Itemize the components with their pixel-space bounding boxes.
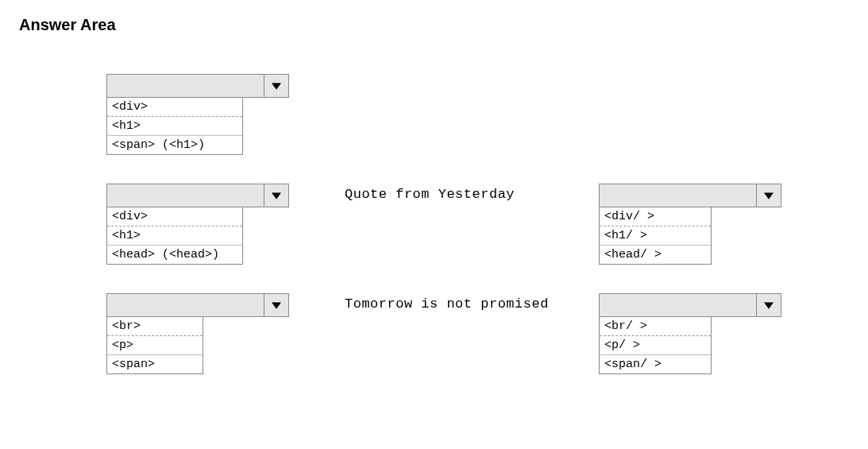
dropdown-option[interactable]: <div> [107,207,242,226]
chevron-down-icon[interactable] [756,294,781,316]
chevron-down-icon[interactable] [264,75,288,97]
label-tomorrow: Tomorrow is not promised [345,296,549,312]
dropdown-r2-left[interactable]: <div> <h1> <head> (<head>) [106,184,289,265]
svg-marker-0 [272,83,281,89]
chevron-down-icon[interactable] [264,184,288,207]
dropdown-r2-right[interactable]: <div/ > <h1/ > <head/ > [599,184,781,265]
dropdown-option[interactable]: <h1> [107,117,242,136]
dropdown-option[interactable]: <br> [107,317,203,336]
dropdown-r1-left[interactable]: <div> <h1> <span> (<h1>) [106,74,289,155]
dropdown-option[interactable]: <h1/ > [600,226,711,246]
dropdown-head[interactable] [106,74,289,98]
chevron-down-icon[interactable] [264,294,288,316]
dropdown-option[interactable]: <p> [107,336,203,355]
svg-marker-1 [272,192,281,199]
dropdown-head[interactable] [599,293,781,317]
label-quote: Quote from Yesterday [345,187,515,202]
dropdown-option[interactable]: <span> (<h1>) [107,136,242,154]
dropdown-option[interactable]: <br/ > [600,317,711,336]
svg-marker-2 [764,192,773,199]
dropdown-option[interactable]: <span/ > [600,355,711,374]
dropdown-option[interactable]: <head> (<head>) [107,246,242,264]
dropdown-head[interactable] [106,293,289,317]
dropdown-r3-left[interactable]: <br> <p> <span> [106,293,289,374]
svg-marker-4 [764,302,773,308]
chevron-down-icon[interactable] [756,184,781,207]
dropdown-value [600,184,756,207]
dropdown-value [107,75,264,97]
dropdown-option[interactable]: <h1> [107,226,242,246]
page-title: Answer Area [19,16,849,34]
dropdown-value [107,294,264,316]
dropdown-option[interactable]: <div> [107,98,242,117]
svg-marker-3 [272,302,281,308]
row-1: <div> <h1> <span> (<h1>) [19,74,849,155]
dropdown-list: <div> <h1> <head> (<head>) [106,207,243,265]
dropdown-option[interactable]: <div/ > [600,207,711,226]
dropdown-value [600,294,756,316]
dropdown-head[interactable] [106,184,289,207]
dropdown-list: <br/ > <p/ > <span/ > [599,317,712,374]
dropdown-option[interactable]: <p/ > [600,336,711,355]
dropdown-head[interactable] [599,184,781,207]
dropdown-option[interactable]: <span> [107,355,203,374]
dropdown-r3-right[interactable]: <br/ > <p/ > <span/ > [599,293,781,374]
dropdown-option[interactable]: <head/ > [600,246,711,264]
row-2: <div> <h1> <head> (<head>) Quote from Ye… [19,184,849,265]
dropdown-list: <div> <h1> <span> (<h1>) [106,98,243,155]
dropdown-value [107,184,264,207]
dropdown-list: <div/ > <h1/ > <head/ > [599,207,712,265]
dropdown-list: <br> <p> <span> [106,317,203,374]
row-3: <br> <p> <span> Tomorrow is not promised… [19,293,849,374]
